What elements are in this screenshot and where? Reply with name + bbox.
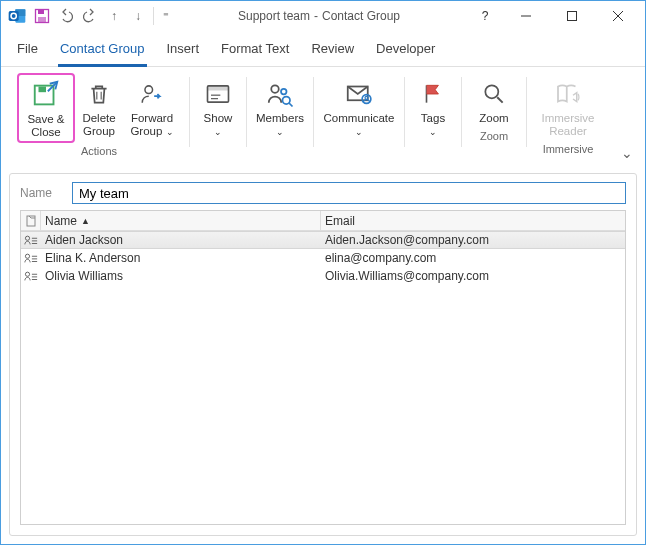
contact-icon bbox=[21, 252, 41, 264]
save-close-button[interactable]: Save & Close bbox=[17, 73, 75, 143]
svg-point-20 bbox=[271, 85, 279, 93]
member-email: Aiden.Jackson@company.com bbox=[321, 233, 625, 247]
column-icon[interactable] bbox=[21, 211, 41, 230]
column-email-label: Email bbox=[325, 214, 355, 228]
quick-access-toolbar: ↑ ↓ ⁼ bbox=[33, 7, 171, 25]
qat-dropdown-icon[interactable]: ⁼ bbox=[153, 7, 171, 25]
doc-type: Contact Group bbox=[322, 9, 400, 23]
tab-file[interactable]: File bbox=[15, 37, 40, 66]
tags-button[interactable]: Tags⌄ bbox=[409, 73, 457, 141]
ribbon-collapse-icon[interactable]: ⌄ bbox=[621, 145, 633, 161]
doc-title: Support team bbox=[238, 9, 310, 23]
forward-icon bbox=[136, 78, 168, 110]
member-name: Olivia Williams bbox=[41, 269, 321, 283]
forward-group-label: Forward Group ⌄ bbox=[130, 112, 173, 138]
sort-asc-icon: ▲ bbox=[81, 216, 90, 226]
close-button[interactable] bbox=[595, 2, 641, 30]
member-name: Elina K. Anderson bbox=[41, 251, 321, 265]
content-area: Name Name ▲ Email Aiden JacksonAiden.Jac… bbox=[9, 173, 637, 536]
svg-point-26 bbox=[365, 96, 368, 99]
group-actions-label: Actions bbox=[81, 145, 117, 157]
up-icon[interactable]: ↑ bbox=[105, 7, 123, 25]
zoom-button[interactable]: Zoom bbox=[470, 73, 518, 128]
title-sep: - bbox=[314, 9, 318, 23]
group-immersive-label: Immersive bbox=[543, 143, 594, 155]
contact-icon bbox=[21, 234, 41, 246]
chevron-down-icon: ⌄ bbox=[214, 127, 222, 137]
svg-rect-8 bbox=[568, 12, 577, 21]
separator bbox=[246, 77, 247, 147]
window: ↑ ↓ ⁼ Support team - Contact Group ? Fil… bbox=[0, 0, 646, 545]
contact-icon bbox=[21, 270, 41, 282]
forward-group-button[interactable]: Forward Group ⌄ bbox=[123, 73, 181, 143]
column-email[interactable]: Email bbox=[321, 211, 625, 230]
outlook-icon bbox=[7, 6, 27, 26]
svg-point-15 bbox=[145, 86, 153, 94]
flag-icon bbox=[417, 78, 449, 110]
tab-format-text[interactable]: Format Text bbox=[219, 37, 291, 66]
svg-point-38 bbox=[25, 272, 29, 276]
svg-line-28 bbox=[497, 97, 502, 102]
svg-point-34 bbox=[25, 254, 29, 258]
window-controls: ? bbox=[467, 2, 641, 30]
svg-rect-6 bbox=[38, 17, 46, 22]
svg-rect-17 bbox=[208, 86, 229, 91]
name-row: Name bbox=[20, 182, 626, 204]
immersive-reader-button: Immersive Reader bbox=[535, 73, 601, 141]
window-title: Support team - Contact Group bbox=[171, 9, 467, 23]
ribbon: Save & Close Delete Group Forward Group … bbox=[1, 67, 645, 167]
maximize-button[interactable] bbox=[549, 2, 595, 30]
name-label: Name bbox=[20, 186, 72, 200]
separator bbox=[526, 77, 527, 147]
svg-line-23 bbox=[289, 103, 293, 107]
table-row[interactable]: Aiden JacksonAiden.Jackson@company.com bbox=[21, 231, 625, 249]
tab-insert[interactable]: Insert bbox=[165, 37, 202, 66]
group-actions: Save & Close Delete Group Forward Group … bbox=[13, 73, 185, 157]
delete-group-label: Delete Group bbox=[82, 112, 115, 138]
tab-review[interactable]: Review bbox=[309, 37, 356, 66]
member-name: Aiden Jackson bbox=[41, 233, 321, 247]
column-name-label: Name bbox=[45, 214, 77, 228]
separator bbox=[189, 77, 190, 147]
separator bbox=[404, 77, 405, 147]
communicate-button[interactable]: Communicate⌄ bbox=[318, 73, 400, 141]
member-email: Olivia.Williams@company.com bbox=[321, 269, 625, 283]
delete-group-button[interactable]: Delete Group bbox=[75, 73, 123, 143]
svg-rect-2 bbox=[9, 11, 19, 21]
members-list: Name ▲ Email Aiden JacksonAiden.Jackson@… bbox=[20, 210, 626, 525]
chevron-down-icon: ⌄ bbox=[429, 127, 437, 137]
minimize-button[interactable] bbox=[503, 2, 549, 30]
table-row[interactable]: Olivia WilliamsOlivia.Williams@company.c… bbox=[21, 267, 625, 285]
zoom-icon bbox=[478, 78, 510, 110]
redo-icon[interactable] bbox=[81, 7, 99, 25]
chevron-down-icon: ⌄ bbox=[276, 127, 284, 137]
column-name[interactable]: Name ▲ bbox=[41, 211, 321, 230]
member-email: elina@company.com bbox=[321, 251, 625, 265]
tab-developer[interactable]: Developer bbox=[374, 37, 437, 66]
save-icon[interactable] bbox=[33, 7, 51, 25]
show-button[interactable]: Show⌄ bbox=[194, 73, 242, 141]
undo-icon[interactable] bbox=[57, 7, 75, 25]
separator bbox=[313, 77, 314, 147]
svg-point-21 bbox=[281, 89, 287, 95]
titlebar: ↑ ↓ ⁼ Support team - Contact Group ? bbox=[1, 1, 645, 31]
save-close-label: Save & Close bbox=[27, 113, 64, 139]
tags-label: Tags⌄ bbox=[421, 112, 445, 138]
tab-contact-group[interactable]: Contact Group bbox=[58, 37, 147, 67]
members-icon bbox=[264, 78, 296, 110]
chevron-down-icon: ⌄ bbox=[355, 127, 363, 137]
list-header: Name ▲ Email bbox=[21, 211, 625, 231]
ribbon-tabs: File Contact Group Insert Format Text Re… bbox=[1, 31, 645, 67]
communicate-label: Communicate⌄ bbox=[324, 112, 395, 138]
help-button[interactable]: ? bbox=[467, 2, 503, 30]
svg-rect-12 bbox=[39, 87, 47, 93]
immersive-reader-label: Immersive Reader bbox=[541, 112, 594, 138]
chevron-down-icon: ⌄ bbox=[166, 127, 174, 137]
svg-point-27 bbox=[485, 85, 498, 98]
group-zoom-label: Zoom bbox=[480, 130, 508, 142]
table-row[interactable]: Elina K. Andersonelina@company.com bbox=[21, 249, 625, 267]
book-speaker-icon bbox=[552, 78, 584, 110]
group-name-input[interactable] bbox=[72, 182, 626, 204]
members-button[interactable]: Members⌄ bbox=[251, 73, 309, 141]
down-icon[interactable]: ↓ bbox=[129, 7, 147, 25]
